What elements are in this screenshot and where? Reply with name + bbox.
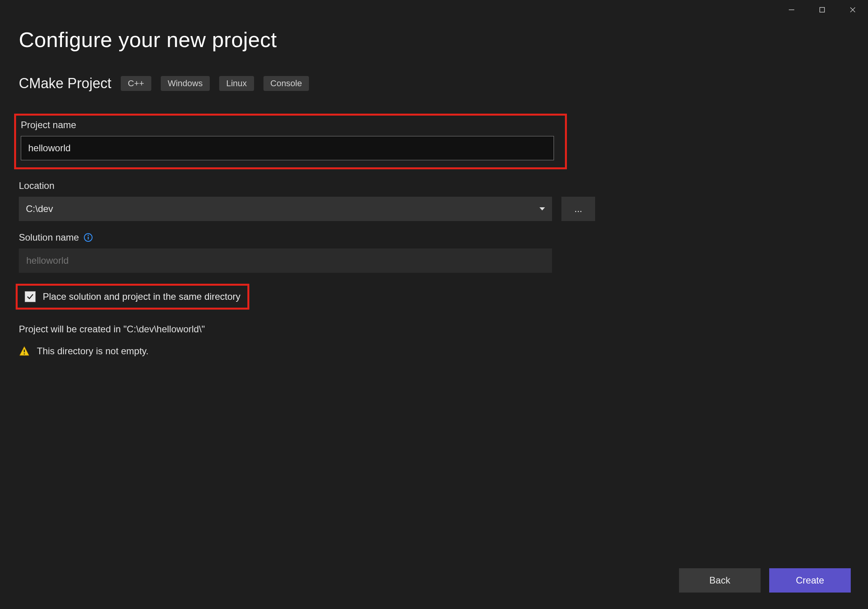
back-button[interactable]: Back [679,568,761,593]
create-button[interactable]: Create [769,568,851,593]
chevron-down-icon [539,207,545,210]
close-icon [849,6,856,13]
same-directory-row: Place solution and project in the same d… [16,284,249,310]
warning-row: This directory is not empty. [19,346,849,357]
warning-icon [19,346,30,357]
template-name: CMake Project [19,75,111,92]
svg-point-9 [24,353,25,355]
location-value: C:\dev [26,203,53,214]
solution-name-input [19,248,552,273]
minimize-icon [788,6,795,13]
same-directory-checkbox[interactable] [25,291,36,302]
tag-windows: Windows [161,76,210,91]
project-path-text: Project will be created in "C:\dev\hello… [19,324,849,335]
close-button[interactable] [837,0,868,20]
page-title: Configure your new project [19,27,849,52]
maximize-button[interactable] [807,0,837,20]
svg-rect-1 [820,7,824,12]
project-name-label: Project name [21,120,560,130]
check-icon [26,293,34,301]
solution-name-label-text: Solution name [19,232,79,243]
solution-name-label: Solution name [19,232,849,243]
project-name-input[interactable] [21,136,554,160]
svg-point-6 [88,235,89,236]
solution-name-group: Solution name [19,232,849,273]
info-icon[interactable] [84,233,93,242]
tag-console: Console [263,76,309,91]
location-dropdown[interactable]: C:\dev [19,197,552,221]
template-row: CMake Project C++ Windows Linux Console [19,75,849,92]
location-group: Location C:\dev ... [19,180,849,221]
browse-button[interactable]: ... [561,197,595,221]
window-controls [776,0,868,20]
maximize-icon [819,6,826,13]
project-name-group: Project name [14,114,567,169]
footer: Back Create [679,568,851,593]
same-directory-label: Place solution and project in the same d… [43,291,240,302]
location-label: Location [19,180,849,191]
warning-text: This directory is not empty. [37,346,149,357]
tag-linux: Linux [219,76,254,91]
minimize-button[interactable] [776,0,807,20]
tag-cpp: C++ [121,76,151,91]
